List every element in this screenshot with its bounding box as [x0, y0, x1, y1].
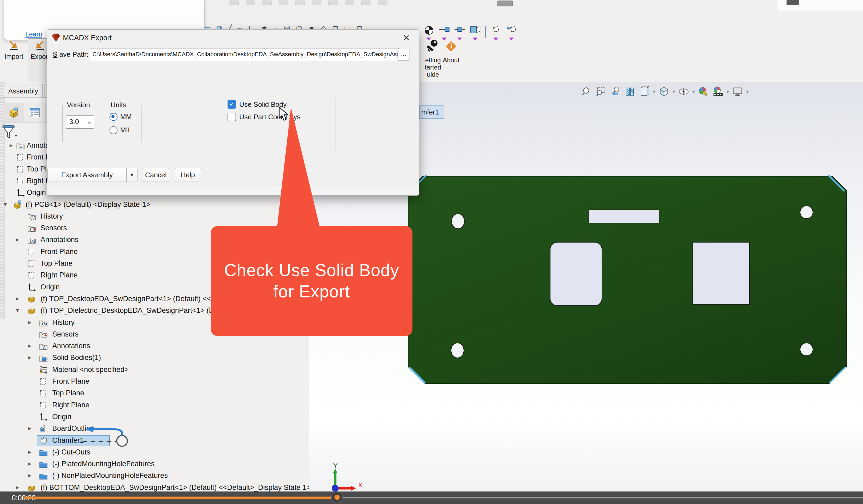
tree-expand-arrow[interactable]: ▸: [16, 295, 19, 302]
tree-item[interactable]: Top Plane: [0, 387, 309, 399]
toolbar-button-stub[interactable]: [229, 1, 239, 5]
radio-mil[interactable]: MIL: [110, 126, 132, 134]
apply-scene-icon[interactable]: [712, 86, 724, 98]
radio-mm[interactable]: MM: [110, 113, 132, 121]
learn-link[interactable]: Learn: [25, 30, 42, 38]
tree-item[interactable]: Right Plane: [0, 399, 309, 411]
tree-item-label: (-) NonPlatedMountingHoleFeatures: [52, 471, 168, 480]
datum-plane-icon[interactable]: [470, 26, 481, 40]
video-playhead[interactable]: [331, 491, 343, 503]
edit-appearance-icon[interactable]: [698, 86, 709, 98]
tree-item[interactable]: Material <not specified>: [0, 364, 309, 376]
toolbar-button-stub[interactable]: [312, 1, 321, 5]
tree-expand-arrow[interactable]: ▸: [28, 460, 32, 467]
tree-expand-arrow[interactable]: ▸: [28, 342, 32, 349]
mcadx-app-icon: [52, 33, 60, 42]
tree-expand-arrow[interactable]: ▸: [28, 472, 32, 479]
chevron-down-icon[interactable]: ▾: [653, 88, 655, 95]
toolbar-button-stub[interactable]: [279, 1, 288, 5]
mate-connector-icon[interactable]: [454, 26, 465, 40]
datum-point-icon[interactable]: [506, 26, 517, 40]
callout-text: Check Use Solid Body for Export: [211, 260, 412, 302]
tree-item[interactable]: Front Plane: [0, 376, 309, 387]
tree-item[interactable]: ▸ A Annotations: [0, 340, 309, 352]
dialog-titlebar[interactable]: MCADX Export ✕: [47, 29, 419, 46]
help-button[interactable]: Help: [175, 168, 201, 182]
toolbar-button-stub[interactable]: [262, 1, 272, 5]
cutout-slot: [589, 209, 660, 223]
tree-expand-arrow[interactable]: ▸: [16, 484, 19, 491]
dropdown-arrow-icon[interactable]: ▼: [126, 168, 137, 182]
callout-pointer: [275, 106, 328, 228]
feature-breadcrumb-tag[interactable]: mfer1: [419, 105, 444, 119]
tree-item-label: Right Plane: [52, 401, 89, 409]
toolbar-button-stub[interactable]: [378, 1, 387, 5]
tree-expand-arrow[interactable]: ▸: [16, 236, 19, 243]
chevron-down-icon[interactable]: ▾: [746, 88, 749, 95]
previous-view-icon[interactable]: [610, 86, 621, 98]
toolbar-button-stub[interactable]: [295, 1, 305, 5]
about-button[interactable]: About: [439, 39, 463, 64]
triad-y-label: Y: [333, 463, 338, 470]
version-group: Version 3.0⌄: [62, 105, 92, 142]
checkbox-unchecked-icon: [227, 113, 236, 121]
cancel-button[interactable]: Cancel: [143, 168, 169, 182]
chevron-down-icon[interactable]: ▾: [673, 88, 675, 95]
chevron-down-icon: ⌄: [87, 116, 92, 128]
tree-expand-arrow[interactable]: ▸: [10, 142, 13, 149]
save-path-input[interactable]: C:\Users\SarithaD\Documents\MCADX_Collab…: [90, 48, 399, 61]
tree-expand-arrow[interactable]: ▸: [28, 319, 32, 326]
window-control-stub: [787, 0, 799, 5]
tree-item[interactable]: ▾ (f) PCB<1> (Default) <Display State-1>: [0, 199, 309, 211]
pcb-board[interactable]: [409, 177, 846, 384]
chevron-down-icon[interactable]: ▾: [692, 88, 695, 95]
close-icon[interactable]: ✕: [401, 33, 412, 43]
section-view-icon[interactable]: [624, 86, 636, 98]
zoom-area-icon[interactable]: [595, 86, 607, 98]
view-orientation-icon[interactable]: [638, 86, 650, 98]
export-assembly-button[interactable]: Export Assembly ▼: [47, 168, 137, 182]
tree-item[interactable]: ▸ (f) BOTTOM_DesktopEDA_SwDesignPart<1> …: [0, 482, 309, 492]
version-dropdown[interactable]: 3.0⌄: [66, 115, 94, 129]
tree-item[interactable]: ▸ (-) PlatedMountingHoleFeatures: [0, 458, 309, 470]
tree-item-label: Origin: [27, 189, 46, 197]
video-player-bar: 0:00:28: [0, 491, 863, 504]
cutout-slot: [692, 242, 750, 305]
toolbar-button-stub[interactable]: [361, 1, 371, 5]
tree-expand-arrow[interactable]: ▾: [16, 307, 19, 314]
toolbar-button-stub[interactable]: [246, 1, 255, 5]
tree-expand-arrow[interactable]: ▾: [4, 201, 7, 208]
mate-reference-icon[interactable]: [439, 26, 450, 40]
tree-item[interactable]: History: [0, 211, 309, 222]
save-path-label: S ave Path:: [53, 50, 88, 59]
mass-center-icon[interactable]: [424, 26, 434, 40]
tree-item[interactable]: ▸ (-) NonPlatedMountingHoleFeatures: [0, 470, 309, 482]
hide-show-icon[interactable]: [678, 86, 690, 98]
toolbar-divider: [486, 26, 486, 38]
import-button[interactable]: Import: [2, 40, 26, 61]
about-info-icon: [443, 39, 459, 54]
pcb-body: [409, 177, 846, 384]
version-label: Version: [65, 101, 92, 109]
zoom-fit-icon[interactable]: [581, 86, 592, 98]
chevron-down-icon[interactable]: ▾: [726, 88, 729, 95]
tree-item[interactable]: ▸ Solid Bodies(1): [0, 352, 309, 364]
toolbar-button-pressed[interactable]: [497, 1, 513, 7]
heads-up-view-toolbar: ▾▾▾▾▾: [581, 86, 749, 98]
display-style-icon[interactable]: [658, 86, 670, 98]
tree-item-label: Sensors: [40, 224, 67, 232]
tree-item-label: History: [40, 212, 63, 220]
svg-text:A: A: [43, 345, 46, 350]
tree-item-label: History: [52, 319, 75, 327]
browse-button[interactable]: ...: [398, 49, 410, 61]
material-icon: [39, 365, 48, 374]
toolbar-button-stub[interactable]: [345, 1, 354, 5]
mounting-hole: [451, 343, 464, 358]
tree-expand-arrow[interactable]: ▸: [28, 354, 32, 361]
part-icon: [27, 483, 36, 492]
view-settings-icon[interactable]: [731, 86, 743, 98]
toolbar-button-stub[interactable]: [328, 1, 338, 5]
blue-folder-icon: [39, 460, 48, 469]
callout-bubble: Check Use Solid Body for Export: [211, 226, 412, 336]
datum-axis-icon[interactable]: [491, 26, 501, 40]
